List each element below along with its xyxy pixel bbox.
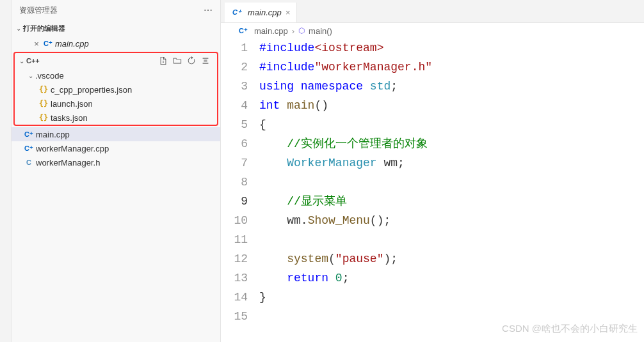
open-editors-label: 打开的编辑器 — [23, 24, 65, 33]
refresh-icon[interactable] — [186, 56, 197, 66]
file-name: c_cpp_properties.json — [51, 85, 132, 95]
line-gutter: 123456789101112131415 — [221, 38, 259, 342]
new-file-icon[interactable] — [158, 56, 168, 66]
file-name: main.cpp — [36, 130, 70, 139]
new-folder-icon[interactable] — [172, 56, 182, 66]
vscode-folder[interactable]: ⌄ .vscode — [15, 68, 217, 82]
folder-name: .vscode — [35, 71, 64, 81]
activity-bar — [0, 0, 12, 342]
breadcrumb-symbol: main() — [309, 26, 332, 36]
cpp-file-icon: C⁺ — [231, 8, 243, 17]
cpp-file-icon: C⁺ — [23, 144, 35, 153]
tab-label: main.cpp — [248, 8, 282, 17]
chevron-down-icon: ⌄ — [17, 58, 26, 65]
tree-file-item[interactable]: {} c_cpp_properties.json — [15, 82, 217, 97]
tabs-bar: C⁺ main.cpp × — [221, 0, 644, 23]
tree-file-item[interactable]: {} tasks.json — [15, 111, 217, 125]
cpp-file-icon: C⁺ — [23, 130, 35, 139]
chevron-down-icon: ⌄ — [14, 25, 23, 32]
collapse-icon[interactable] — [200, 56, 211, 66]
breadcrumb[interactable]: C⁺ main.cpp › ⬡ main() — [221, 23, 644, 38]
chevron-right-icon: › — [292, 26, 294, 36]
open-editors-section[interactable]: ⌄ 打开的编辑器 — [12, 20, 220, 36]
json-file-icon: {} — [38, 99, 49, 108]
c-file-icon: C — [23, 159, 35, 166]
project-label: C++ — [26, 57, 40, 65]
tree-file-item[interactable]: {} launch.json — [15, 97, 217, 111]
file-name: launch.json — [51, 99, 93, 109]
tab-active[interactable]: C⁺ main.cpp × — [225, 3, 297, 22]
open-editor-item[interactable]: × C⁺ main.cpp — [12, 36, 220, 51]
json-file-icon: {} — [38, 85, 49, 94]
close-icon[interactable]: × — [286, 8, 291, 17]
cpp-file-icon: C⁺ — [42, 40, 54, 48]
code-editor[interactable]: 123456789101112131415 #include<iostream>… — [221, 38, 644, 342]
method-icon: ⬡ — [298, 26, 305, 35]
chevron-down-icon: ⌄ — [26, 72, 35, 79]
tree-file-item[interactable]: C workerManager.h — [12, 155, 220, 169]
more-icon[interactable]: ⋯ — [204, 5, 213, 15]
tree-file-selected[interactable]: C⁺ main.cpp — [12, 127, 220, 141]
code-content[interactable]: #include<iostream>#include"workerManager… — [259, 38, 644, 342]
close-icon[interactable]: × — [31, 39, 42, 49]
explorer-sidebar: 资源管理器 ⋯ ⌄ 打开的编辑器 × C⁺ main.cpp ⌄ C++ ⌄ .… — [12, 0, 221, 342]
project-header[interactable]: ⌄ C++ — [15, 53, 217, 68]
open-editor-filename: main.cpp — [55, 39, 89, 49]
cpp-file-icon: C⁺ — [237, 27, 249, 35]
file-name: workerManager.cpp — [36, 144, 109, 153]
sidebar-header: 资源管理器 ⋯ — [12, 0, 220, 20]
sidebar-title: 资源管理器 — [19, 5, 204, 16]
breadcrumb-file: main.cpp — [254, 26, 288, 36]
file-name: workerManager.h — [36, 158, 100, 167]
json-file-icon: {} — [38, 113, 49, 122]
editor-area: C⁺ main.cpp × C⁺ main.cpp › ⬡ main() 123… — [221, 0, 644, 342]
file-name: tasks.json — [51, 113, 88, 123]
tree-file-item[interactable]: C⁺ workerManager.cpp — [12, 141, 220, 155]
highlight-annotation: ⌄ C++ ⌄ .vscode {} c_cpp_properties.json… — [13, 52, 218, 126]
